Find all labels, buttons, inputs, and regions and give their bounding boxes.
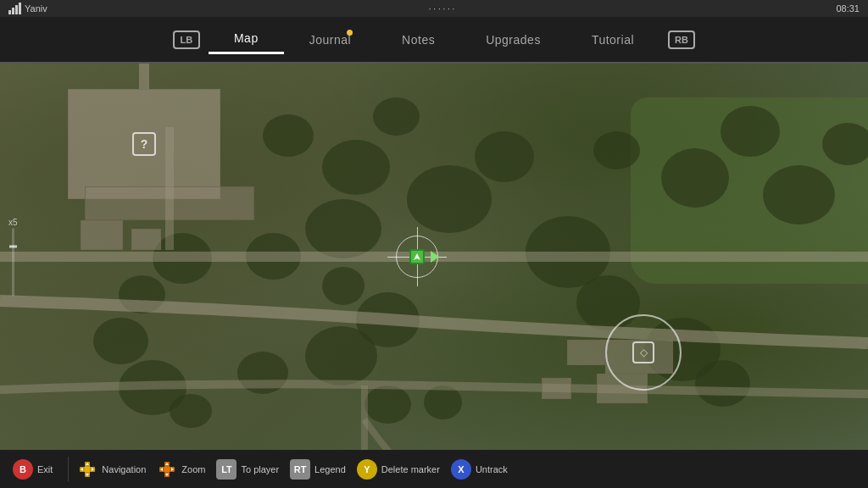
tree-patch <box>763 165 835 225</box>
lt-dpad-icon <box>77 459 97 480</box>
action-untrack[interactable]: X Untrack <box>451 459 508 480</box>
tree-patch <box>322 267 364 305</box>
rb-button[interactable]: RB <box>668 30 695 49</box>
signal-bar-2 <box>12 8 14 14</box>
action-zoom[interactable]: Zoom <box>157 459 205 480</box>
bottom-action-bar: B Exit Navigation <box>0 450 868 488</box>
tree-patch <box>364 385 411 424</box>
lt-button[interactable]: LT <box>216 459 236 480</box>
tree-patch <box>119 275 165 313</box>
building-marker: ? <box>132 132 156 156</box>
tree-patch <box>322 140 390 195</box>
to-player-label: To player <box>241 464 279 474</box>
svg-marker-0 <box>414 253 420 260</box>
action-legend[interactable]: RT Legend <box>290 459 346 480</box>
circle-marker: ◇ <box>605 314 682 391</box>
circle-inner-marker: ◇ <box>632 341 654 363</box>
y-button[interactable]: Y <box>357 459 377 480</box>
svg-rect-10 <box>164 467 170 472</box>
clock: 08:31 <box>836 3 860 14</box>
tree-patch <box>475 131 534 182</box>
tree-patch <box>305 199 381 258</box>
svg-rect-3 <box>85 467 90 472</box>
signal-bar-4 <box>19 3 21 14</box>
player-direction-arrow <box>431 251 439 263</box>
tree-patch <box>695 360 750 407</box>
tree-patch <box>93 318 148 364</box>
system-bar: Yaniv · · · · · · 08:31 <box>0 0 868 17</box>
divider-1 <box>68 457 69 482</box>
small-building <box>131 229 161 250</box>
zoom-indicator: x5 <box>8 218 18 297</box>
b-button[interactable]: B <box>13 459 33 480</box>
top-icons: · · · · · · <box>429 4 455 14</box>
nav-tabs: LB Map Journal Notes Upgrades Tutorial R… <box>0 17 868 64</box>
action-exit[interactable]: B Exit <box>13 459 53 480</box>
tree-patch <box>237 352 288 394</box>
zoom-label: x5 <box>8 218 18 227</box>
main-building: ? <box>68 89 220 199</box>
tree-patch <box>721 106 780 157</box>
navigation-label: Navigation <box>102 464 146 474</box>
tree-patch <box>170 394 212 428</box>
x-button[interactable]: X <box>451 459 471 480</box>
legend-label: Legend <box>314 464 346 474</box>
map-background: ? <box>0 64 868 450</box>
player-icon <box>409 249 425 264</box>
tab-notes[interactable]: Notes <box>376 26 460 53</box>
tab-upgrades[interactable]: Upgrades <box>460 26 566 53</box>
username: Yaniv <box>25 3 47 14</box>
tab-map[interactable]: Map <box>209 25 284 54</box>
zoom-thumb <box>9 246 17 248</box>
signal-bar-1 <box>8 10 11 14</box>
tree-patch <box>407 165 492 233</box>
zoom-track <box>12 229 14 297</box>
action-to-player[interactable]: LT To player <box>216 459 279 480</box>
tree-patch <box>593 131 640 169</box>
tree-patch <box>661 148 729 208</box>
signal-area: Yaniv <box>8 3 47 14</box>
tree-patch <box>373 97 420 136</box>
lb-button[interactable]: LB <box>173 30 200 49</box>
br-building-3 <box>567 340 605 365</box>
tree-patch <box>263 114 314 157</box>
rt-button[interactable]: RT <box>290 459 310 480</box>
signal-bars <box>8 3 21 14</box>
notification-dot <box>347 30 353 36</box>
br-building-4 <box>542 378 571 399</box>
signal-bar-3 <box>15 5 18 14</box>
action-delete-marker[interactable]: Y Delete marker <box>357 459 440 480</box>
zoom-action-label: Zoom <box>181 464 205 474</box>
tab-tutorial[interactable]: Tutorial <box>566 26 659 53</box>
action-navigation[interactable]: Navigation <box>77 459 146 480</box>
tab-journal[interactable]: Journal <box>284 26 376 53</box>
small-building <box>81 220 123 250</box>
tree-patch <box>424 385 462 419</box>
rt-icon <box>157 459 177 480</box>
tree-patch <box>305 326 377 385</box>
exit-label: Exit <box>37 464 53 474</box>
player-svg <box>413 252 421 261</box>
player-marker <box>396 236 438 278</box>
map-area[interactable]: ? <box>0 64 868 450</box>
tree-patch <box>822 123 868 165</box>
menu-dots: · · · · · · <box>429 4 455 14</box>
delete-marker-label: Delete marker <box>381 464 440 474</box>
building-annex <box>85 186 254 220</box>
untrack-label: Untrack <box>476 464 508 474</box>
